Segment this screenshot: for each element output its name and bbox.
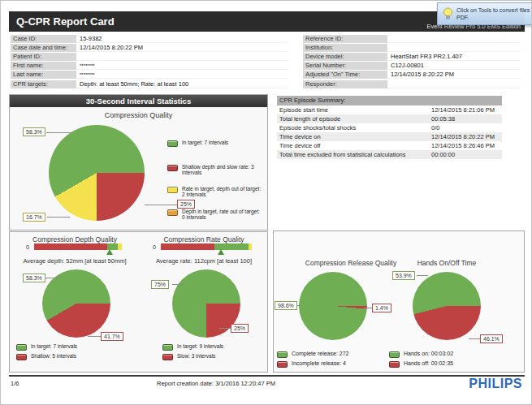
legend-swatch: [16, 354, 27, 360]
callout-shallow-slow: 25%: [177, 200, 195, 209]
legend-swatch: [277, 361, 288, 368]
legend-label: Shallow: 5 intervals: [31, 353, 76, 359]
tooltip-line1: Click on Tools to convert files: [456, 6, 530, 14]
depth-rate-panel: Compression Depth Quality Compression Ra…: [9, 231, 268, 373]
legend-swatch: [16, 344, 27, 351]
legend-swatch: [167, 187, 178, 193]
summary-row: Time device off 12/14/2015 8:26:46 PM: [277, 141, 502, 150]
tooltip-text: Click on Tools to convert files PDF.: [456, 6, 530, 22]
summary-row: Time device on 12/14/2015 8:20:22 PM: [277, 132, 502, 141]
legend-swatch: [389, 351, 400, 358]
legend-swatch: [167, 209, 178, 216]
lightbulb-icon: [443, 7, 453, 20]
serial-number-label: Serial Number:: [303, 62, 387, 70]
summary-label: Time device off: [279, 141, 320, 150]
legend-label: In target: 7 intervals: [182, 140, 228, 145]
callout-connector: [145, 205, 177, 205]
legend-item: In target: 7 intervals: [167, 140, 266, 147]
pdf-convert-tooltip[interactable]: Click on Tools to convert files PDF.: [437, 2, 532, 25]
summary-row: Episode shocks/total shocks 0/0: [277, 123, 502, 132]
report-creation-date: Report creation date: 3/1/2016 12:20:47 …: [157, 380, 275, 387]
legend-item: In target: 9 intervals: [162, 343, 264, 351]
institution-value: [387, 44, 521, 52]
legend-item: In target: 7 intervals: [16, 343, 122, 351]
serial-number-value: C12J-00801: [387, 62, 521, 70]
callout-connector: [417, 275, 428, 276]
depth-gauge-min: 0: [26, 244, 29, 250]
adjusted-on-time-label: Adjusted "On" Time:: [303, 71, 387, 79]
legend-swatch: [162, 344, 173, 351]
legend-swatch: [167, 140, 178, 147]
callout-incomplete-release: 1.4%: [372, 304, 391, 312]
case-date-value: 12/14/2015 8:20:22 PM: [76, 44, 289, 52]
legend-item: Shallow depth and slow rate: 3 intervals: [167, 164, 266, 175]
first-name-value: ********: [76, 62, 289, 70]
summary-value: 12/14/2015 8:21:06 PM: [431, 106, 495, 114]
callout-depth-shallow: 41.7%: [101, 332, 123, 341]
release-quality-pie: [299, 272, 367, 340]
first-name-label: First name:: [11, 62, 76, 70]
reference-id-value: [387, 35, 521, 43]
summary-value: 0/0: [431, 123, 439, 132]
legend-label: Depth in target, rate out of target: 0 i…: [182, 209, 263, 220]
legend-item: Hands on: 00:03:02: [389, 351, 495, 358]
philips-logo: PHILIPS: [469, 377, 522, 391]
callout-connector: [45, 278, 60, 278]
callout-connector: [219, 328, 231, 329]
legend-item: Complete release: 272: [277, 351, 383, 358]
summary-row: Total length of episode 00:05:38: [277, 114, 502, 123]
callout-hands-on: 53.9%: [392, 271, 415, 280]
legend-label: Hands on: 00:03:02: [404, 351, 453, 356]
interval-statistics-panel: 30-Second Interval Statistics Compressio…: [9, 94, 268, 231]
case-id-label: Case ID:: [11, 35, 76, 43]
legend-item: Incomplete release: 4: [277, 360, 383, 368]
responder-label: Responder:: [303, 80, 387, 88]
callout-in-target: 58.3%: [23, 127, 45, 136]
cpr-targets-value: Depth: at least 50mm; Rate: at least 100: [76, 80, 289, 88]
hands-on-off-title: Hands On/Off Time: [387, 259, 506, 267]
callout-rate-slow: 25%: [231, 324, 249, 333]
callout-connector: [88, 336, 101, 337]
institution-label: Institution:: [303, 44, 387, 52]
depth-quality-pie: [42, 269, 110, 338]
callout-rate-in-target: 16.7%: [23, 213, 45, 222]
legend-item: Hands off: 00:02:35: [389, 360, 495, 368]
target-marker-icon: [106, 249, 113, 255]
legend-item: Rate in target, depth out of target: 2 i…: [167, 186, 263, 197]
depth-quality-title: Compression Depth Quality: [10, 235, 140, 243]
target-marker-icon: [218, 249, 224, 255]
legend-label: Shallow depth and slow rate: 3 intervals: [182, 164, 266, 175]
legend-label: In target: 9 intervals: [177, 343, 223, 349]
summary-value: 00:00:00: [431, 150, 455, 159]
summary-label: Time device on: [279, 132, 321, 141]
case-date-label: Case date and time:: [11, 44, 76, 52]
legend-item: Depth in target, rate out of target: 0 i…: [167, 209, 263, 220]
rate-quality-title: Compression Rate Quality: [140, 235, 268, 243]
case-id-value: 15-9382: [76, 35, 289, 43]
legend-swatch: [162, 354, 173, 360]
callout-connector: [172, 284, 184, 285]
depth-gauge: [34, 243, 122, 256]
page-number: 1/6: [11, 380, 19, 387]
callout-connector: [469, 338, 480, 339]
legend-label: Rate in target, depth out of target: 2 i…: [182, 186, 263, 197]
summary-row: Total time excluded from statistical cal…: [277, 150, 502, 159]
legend-swatch: [167, 165, 178, 171]
legend-item: Shallow: 5 intervals: [16, 353, 122, 360]
patient-id-value: [76, 53, 289, 61]
adjusted-on-time-value: 12/14/2015 8:20:22 PM: [387, 71, 521, 79]
report-page: Q-CPR Report Card Event Review Pro 5.0 E…: [0, 0, 532, 405]
callout-complete-release: 98.6%: [275, 301, 297, 310]
summary-label: Episode start time: [279, 106, 328, 114]
compression-quality-title: Compression Quality: [10, 111, 267, 119]
summary-value: 12/14/2015 8:20:22 PM: [431, 132, 495, 141]
rate-gauge-min: 0: [153, 244, 156, 250]
tooltip-line2: PDF.: [456, 14, 530, 21]
summary-row: Episode start time 12/14/2015 8:21:06 PM: [277, 106, 502, 114]
legend-label: Slow: 3 intervals: [177, 353, 215, 359]
legend-label: Hands off: 00:02:35: [404, 360, 453, 366]
interval-statistics-title: 30-Second Interval Statistics: [10, 95, 267, 107]
last-name-value: ********: [76, 71, 289, 79]
responder-value: [387, 80, 521, 88]
last-name-label: Last name:: [11, 71, 76, 79]
